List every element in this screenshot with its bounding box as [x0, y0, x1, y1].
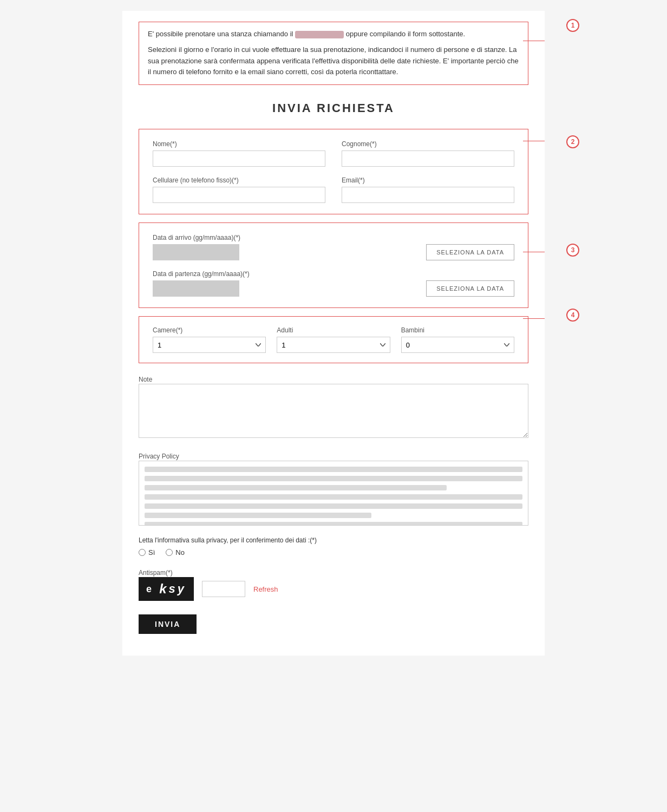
cellulare-input[interactable]	[153, 187, 325, 203]
captcha-char-k: k	[159, 581, 168, 597]
select-partenza-btn[interactable]: SELEZIONA LA DATA	[426, 280, 514, 297]
arrivo-value	[153, 244, 239, 260]
col-nome: Nome(*)	[153, 140, 325, 167]
privacy-line	[145, 485, 447, 490]
consent-si-label: Sì	[148, 548, 155, 556]
row-partenza: Data di partenza (gg/mm/aaaa)(*) SELEZIO…	[153, 270, 514, 297]
col-cellulare: Cellulare (no telefono fisso)(*)	[153, 176, 325, 203]
consent-label: Letta l'informativa sulla privacy, per i…	[139, 536, 528, 544]
privacy-line	[145, 513, 371, 518]
section-personal: Nome(*) Cognome(*) Cellulare (no telefon…	[139, 129, 528, 214]
select-arrivo-btn[interactable]: SELEZIONA LA DATA	[426, 244, 514, 260]
phone-redacted	[295, 31, 344, 38]
email-input[interactable]	[342, 187, 514, 203]
captcha-char-e: e	[146, 584, 154, 595]
antispam-input[interactable]	[202, 581, 245, 597]
ann-arrow-4	[523, 318, 545, 319]
ann-arrow-1	[523, 41, 545, 41]
refresh-button[interactable]: Refresh	[253, 585, 278, 593]
privacy-line	[145, 503, 522, 509]
privacy-line	[145, 476, 522, 481]
bambini-label: Bambini	[401, 326, 514, 334]
adulti-label: Adulti	[277, 326, 390, 334]
antispam-section: Antispam(*) e ksy Refresh	[139, 567, 528, 601]
partenza-label: Data di partenza (gg/mm/aaaa)(*)	[153, 270, 415, 278]
note-section: Note	[139, 374, 528, 440]
submit-button[interactable]: INVIA	[139, 614, 197, 634]
form-title: INVIA RICHIESTA	[139, 101, 528, 115]
consent-no-label: No	[175, 548, 185, 556]
privacy-line	[145, 467, 522, 472]
section-counts: Camere(*) 1 2 3 4 5 Adulti 1 2 3 4 5	[139, 316, 528, 363]
consent-si-radio[interactable]	[139, 549, 146, 556]
note-textarea[interactable]	[139, 384, 528, 438]
arrivo-label: Data di arrivo (gg/mm/aaaa)(*)	[153, 234, 415, 241]
camere-label: Camere(*)	[153, 326, 266, 334]
captcha-char-y: y	[178, 582, 186, 596]
col-arrivo: Data di arrivo (gg/mm/aaaa)(*)	[153, 234, 415, 260]
privacy-line	[145, 522, 522, 526]
privacy-box[interactable]	[139, 461, 528, 526]
counts-row: Camere(*) 1 2 3 4 5 Adulti 1 2 3 4 5	[153, 326, 514, 353]
row-phone-email: Cellulare (no telefono fisso)(*) Email(*…	[153, 176, 514, 203]
adulti-select[interactable]: 1 2 3 4 5	[277, 337, 390, 353]
note-label: Note	[139, 376, 152, 383]
col-email: Email(*)	[342, 176, 514, 203]
info-line1-suffix: oppure compilando il form sottostante.	[346, 30, 465, 38]
privacy-label: Privacy Policy	[139, 453, 179, 460]
info-line2: Selezionì il giorno e l'orario in cui vu…	[148, 44, 519, 78]
col-camere: Camere(*) 1 2 3 4 5	[153, 326, 266, 353]
consent-section: Letta l'informativa sulla privacy, per i…	[139, 536, 528, 556]
info-box: E' possibile prenotare una stanza chiama…	[139, 22, 528, 85]
row-arrivo: Data di arrivo (gg/mm/aaaa)(*) SELEZIONA…	[153, 234, 514, 260]
col-cognome: Cognome(*)	[342, 140, 514, 167]
cognome-input[interactable]	[342, 150, 514, 167]
col-adulti: Adulti 1 2 3 4 5	[277, 326, 390, 353]
antispam-label: Antispam(*)	[139, 569, 173, 577]
annotation-circle-4: 4	[566, 309, 579, 322]
privacy-section: Privacy Policy	[139, 451, 528, 526]
cognome-label: Cognome(*)	[342, 140, 514, 148]
nome-input[interactable]	[153, 150, 325, 167]
cellulare-label: Cellulare (no telefono fisso)(*)	[153, 176, 325, 184]
nome-label: Nome(*)	[153, 140, 325, 148]
antispam-row: e ksy Refresh	[139, 577, 528, 601]
consent-options: Sì No	[139, 548, 528, 556]
partenza-value	[153, 280, 239, 297]
bambini-select[interactable]: 0 1 2 3 4	[401, 337, 514, 353]
consent-no-option[interactable]: No	[166, 548, 185, 556]
captcha-char-s: s	[169, 582, 178, 596]
captcha-image: e ksy	[139, 577, 194, 601]
consent-si-option[interactable]: Sì	[139, 548, 155, 556]
privacy-line	[145, 494, 522, 500]
consent-no-radio[interactable]	[166, 549, 173, 556]
col-bambini: Bambini 0 1 2 3 4	[401, 326, 514, 353]
email-label: Email(*)	[342, 176, 514, 184]
ann-arrow-3	[523, 252, 545, 252]
camere-select[interactable]: 1 2 3 4 5	[153, 337, 266, 353]
annotation-circle-3: 3	[566, 244, 579, 257]
annotation-circle-1: 1	[566, 19, 579, 32]
annotation-circle-2: 2	[566, 135, 579, 148]
ann-arrow-2	[523, 141, 545, 141]
col-partenza: Data di partenza (gg/mm/aaaa)(*)	[153, 270, 415, 297]
section-dates: Data di arrivo (gg/mm/aaaa)(*) SELEZIONA…	[139, 222, 528, 308]
info-line1-prefix: E' possibile prenotare una stanza chiama…	[148, 30, 293, 38]
row-name-surname: Nome(*) Cognome(*)	[153, 140, 514, 167]
